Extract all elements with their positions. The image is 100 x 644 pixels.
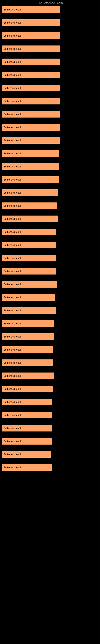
bar-track: Bottleneck result71.3% (2, 451, 71, 458)
bar-label: Bottleneck result (3, 204, 21, 207)
bottleneck-chart: Bottleneck result83.8%Bottleneck result8… (0, 6, 100, 481)
bar-row: Bottleneck result82.9% (2, 137, 98, 144)
bar-label: Bottleneck result (3, 244, 21, 246)
bar-row: Bottleneck result78.4% (2, 228, 98, 235)
bar-label: Bottleneck result (3, 48, 21, 50)
bar-row: Bottleneck result71.9% (2, 425, 98, 432)
bar-label: Bottleneck result (3, 100, 21, 103)
bar-label: Bottleneck result (3, 218, 21, 220)
bar-row: Bottleneck result79% (2, 202, 98, 209)
bar-track: Bottleneck result83.8% (2, 6, 71, 13)
bar-row: Bottleneck result73.1% (2, 346, 98, 353)
bar-value: 83.4% (62, 47, 70, 50)
bar-value: 79.3% (59, 283, 67, 286)
bar-value: 73.1% (55, 348, 63, 351)
bar-value: 83.4% (62, 100, 70, 103)
bar-label: Bottleneck result (3, 453, 21, 456)
bar-label: Bottleneck result (3, 335, 21, 338)
bar-row: Bottleneck result82.5% (2, 150, 98, 157)
bar-value: 79% (59, 204, 64, 207)
bar-value: 83.4% (62, 86, 70, 90)
bar-value: 72.1% (54, 400, 62, 404)
bar-row: Bottleneck result78.5% (2, 255, 98, 262)
bar-track: Bottleneck result83.2% (2, 72, 71, 78)
bar-label: Bottleneck result (3, 362, 21, 364)
bar-label: Bottleneck result (3, 322, 21, 325)
bar-value: 72.6% (55, 466, 62, 469)
bar-label: Bottleneck result (3, 231, 21, 234)
bar-row: Bottleneck result83.7% (2, 19, 98, 26)
bar-row: Bottleneck result83.5% (2, 58, 98, 65)
bar-label: Bottleneck result (3, 440, 21, 443)
bar-row: Bottleneck result77.9% (2, 268, 98, 274)
bar-label: Bottleneck result (3, 126, 21, 129)
bar-track: Bottleneck result71.9% (2, 425, 71, 432)
bar-track: Bottleneck result72.4% (2, 412, 71, 418)
bar-row: Bottleneck result83.1% (2, 124, 98, 130)
bar-value: 83.7% (62, 21, 70, 24)
bar-row: Bottleneck result83.4% (2, 85, 98, 91)
bar-row: Bottleneck result83.2% (2, 111, 98, 118)
site-name: TheBottleneck.com (37, 1, 63, 5)
bar-track: Bottleneck result75.4% (2, 372, 71, 379)
bar-track: Bottleneck result82.9% (2, 137, 71, 144)
bar-label: Bottleneck result (3, 178, 21, 181)
bar-row: Bottleneck result73.2% (2, 386, 98, 392)
bar-label: Bottleneck result (3, 466, 21, 469)
bar-label: Bottleneck result (3, 257, 21, 260)
bar-value: 82.4% (62, 178, 69, 181)
bar-row: Bottleneck result80.3% (2, 216, 98, 222)
bar-label: Bottleneck result (3, 388, 21, 390)
bar-label: Bottleneck result (3, 283, 21, 286)
bar-value: 78.5% (59, 256, 66, 260)
bar-track: Bottleneck result83.2% (2, 111, 71, 118)
bar-track: Bottleneck result77.1% (2, 242, 71, 248)
bar-value: 83.5% (62, 34, 70, 37)
bar-track: Bottleneck result79.3% (2, 281, 71, 288)
bar-value: 74.3% (56, 335, 63, 338)
bar-track: Bottleneck result83.4% (2, 98, 71, 104)
bar-value: 77.9% (58, 270, 66, 273)
bar-label: Bottleneck result (3, 270, 21, 273)
bar-track: Bottleneck result73.1% (2, 346, 71, 353)
bar-row: Bottleneck result82.6% (2, 163, 98, 170)
bar-row: Bottleneck result72.6% (2, 464, 98, 471)
bar-track: Bottleneck result83.5% (2, 58, 71, 65)
bar-track: Bottleneck result78.4% (2, 228, 71, 235)
bar-value: 76.7% (58, 296, 65, 299)
bar-row: Bottleneck result82.4% (2, 176, 98, 183)
bar-label: Bottleneck result (3, 192, 21, 194)
bar-track: Bottleneck result74.3% (2, 333, 71, 340)
bar-track: Bottleneck result82.6% (2, 163, 71, 170)
bar-track: Bottleneck result83.7% (2, 19, 71, 26)
bar-track: Bottleneck result72.6% (2, 464, 71, 471)
bar-label: Bottleneck result (3, 348, 21, 351)
bar-track: Bottleneck result74.9% (2, 320, 71, 327)
bar-value: 83.1% (62, 126, 69, 129)
bar-label: Bottleneck result (3, 401, 21, 404)
bar-value: 73.9% (56, 361, 63, 364)
bar-value: 77.1% (58, 244, 65, 246)
site-attribution: TheBottleneck.com (0, 0, 100, 6)
bar-value: 80.3% (60, 217, 68, 220)
bar-label: Bottleneck result (3, 139, 21, 142)
bar-track: Bottleneck result71.7% (2, 438, 71, 444)
bar-label: Bottleneck result (3, 309, 21, 312)
bar-label: Bottleneck result (3, 87, 21, 90)
bar-value: 80.9% (61, 191, 68, 194)
bar-label: Bottleneck result (3, 427, 21, 430)
bar-label: Bottleneck result (3, 374, 21, 377)
bar-label: Bottleneck result (3, 414, 21, 416)
bar-label: Bottleneck result (3, 34, 21, 37)
bar-label: Bottleneck result (3, 8, 21, 11)
bar-value: 82.5% (62, 152, 69, 155)
bar-value: 82.6% (62, 165, 69, 168)
bar-row: Bottleneck result77.1% (2, 242, 98, 248)
bar-value: 71.7% (54, 440, 62, 443)
bar-row: Bottleneck result83.4% (2, 46, 98, 52)
bar-value: 83.2% (62, 74, 70, 76)
bar-value: 73.2% (55, 388, 63, 390)
bar-label: Bottleneck result (3, 296, 21, 299)
bar-track: Bottleneck result83.4% (2, 46, 71, 52)
bar-row: Bottleneck result71.7% (2, 438, 98, 444)
